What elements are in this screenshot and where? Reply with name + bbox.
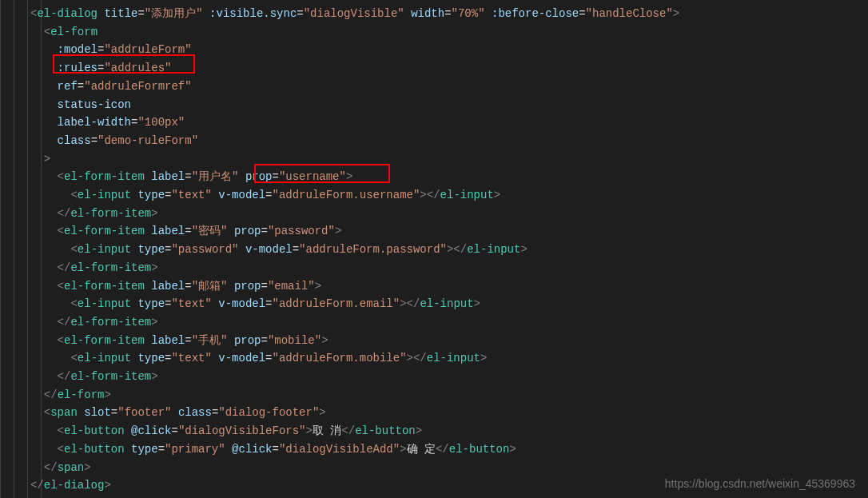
code-line[interactable]: label-width="100px" (30, 114, 868, 132)
code-line[interactable]: :model="addruleForm" (30, 41, 868, 59)
code-line[interactable]: <el-input type="text" v-model="addruleFo… (30, 349, 868, 368)
code-line[interactable]: <el-form-item label="用户名" prop="username… (30, 168, 868, 186)
code-line[interactable]: </span> (30, 459, 868, 477)
code-line[interactable]: </el-form-item> (30, 205, 868, 223)
indent-guide (0, 0, 1, 498)
code-line[interactable]: <el-form-item label="手机" prop="mobile"> (30, 332, 868, 350)
code-line[interactable]: <el-input type="password" v-model="addru… (30, 241, 868, 259)
code-line[interactable]: <el-form (30, 23, 868, 42)
code-line[interactable]: class="demo-ruleForm" (30, 132, 868, 150)
code-line[interactable]: :rules="addrules" (30, 59, 868, 78)
indent-guide (27, 0, 28, 498)
watermark-text: https://blog.csdn.net/weixin_45369963 (665, 475, 855, 493)
indent-guide (14, 0, 14, 498)
code-line[interactable]: <el-form-item label="密码" prop="password"… (30, 222, 868, 241)
code-line[interactable]: </el-form> (30, 386, 868, 404)
code-line[interactable]: </el-form-item> (30, 259, 868, 277)
code-editor-content[interactable]: <el-dialog title="添加用户" :visible.sync="d… (30, 5, 868, 495)
code-line[interactable]: <el-form-item label="邮箱" prop="email"> (30, 277, 868, 296)
code-line[interactable]: </el-form-item> (30, 313, 868, 332)
code-line[interactable]: status-icon (30, 96, 868, 114)
code-line[interactable]: > (30, 150, 868, 169)
code-line[interactable]: ref="addruleFormref" (30, 78, 868, 96)
code-line[interactable]: </el-form-item> (30, 368, 868, 386)
code-line[interactable]: <el-input type="text" v-model="addruleFo… (30, 186, 868, 205)
code-line[interactable]: <el-button @click="dialogVisibleFors">取 … (30, 422, 868, 440)
code-line[interactable]: <el-button type="primary" @click="dialog… (30, 440, 868, 459)
code-line[interactable]: <span slot="footer" class="dialog-footer… (30, 404, 868, 422)
code-line[interactable]: <el-input type="text" v-model="addruleFo… (30, 295, 868, 313)
code-line[interactable]: <el-dialog title="添加用户" :visible.sync="d… (30, 5, 868, 23)
